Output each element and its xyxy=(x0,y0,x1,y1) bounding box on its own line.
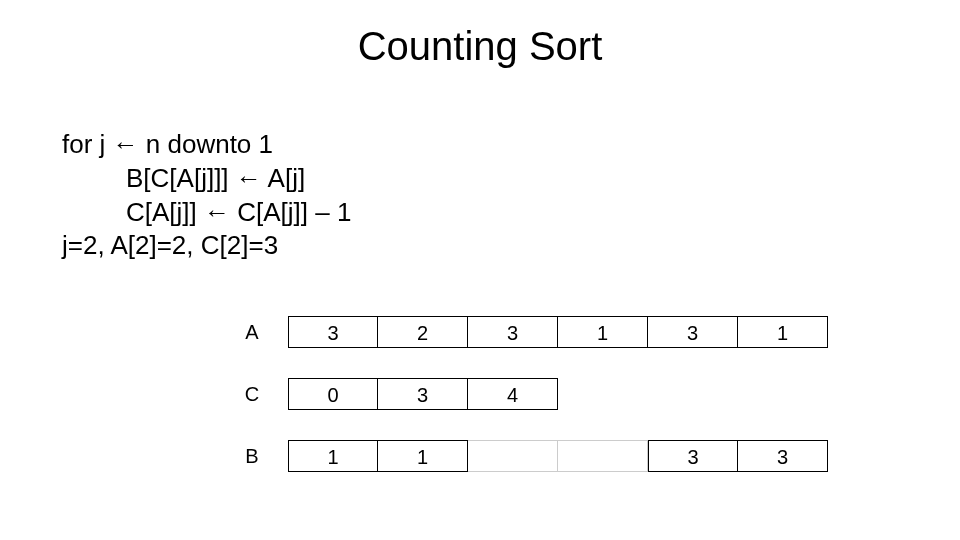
array-b-label: B xyxy=(216,445,288,468)
pseudocode-block: for j ← n downto 1 B[C[A[j]]] ← A[j] C[A… xyxy=(62,128,351,263)
array-a-cell: 3 xyxy=(468,316,558,348)
array-c-label: C xyxy=(216,383,288,406)
array-b-cell: 1 xyxy=(288,440,378,472)
array-a-row: A 3 2 3 1 3 1 xyxy=(216,316,828,348)
slide-title: Counting Sort xyxy=(0,24,960,69)
code-line-2: B[C[A[j]]] ← A[j] xyxy=(62,162,351,196)
array-b-cell: 1 xyxy=(378,440,468,472)
array-b-cell: 3 xyxy=(738,440,828,472)
code-line-3: C[A[j]] ← C[A[j]] – 1 xyxy=(62,196,351,230)
array-a-label: A xyxy=(216,321,288,344)
array-b-cell-empty xyxy=(558,440,648,472)
code-line-4: j=2, A[2]=2, C[2]=3 xyxy=(62,229,351,263)
array-a-cell: 2 xyxy=(378,316,468,348)
array-a-cell: 1 xyxy=(558,316,648,348)
array-c-cell: 3 xyxy=(378,378,468,410)
array-a-cell: 3 xyxy=(648,316,738,348)
array-b-row: B 1 1 3 3 xyxy=(216,440,828,472)
array-c-cell: 4 xyxy=(468,378,558,410)
array-b-cell-empty xyxy=(468,440,558,472)
arrays-area: A 3 2 3 1 3 1 C 0 3 4 B 1 1 3 3 xyxy=(216,316,828,502)
array-c-row: C 0 3 4 xyxy=(216,378,828,410)
array-a-cell: 1 xyxy=(738,316,828,348)
array-b-cell: 3 xyxy=(648,440,738,472)
code-line-1: for j ← n downto 1 xyxy=(62,128,351,162)
array-a-cell: 3 xyxy=(288,316,378,348)
array-c-cell: 0 xyxy=(288,378,378,410)
slide: Counting Sort for j ← n downto 1 B[C[A[j… xyxy=(0,0,960,540)
